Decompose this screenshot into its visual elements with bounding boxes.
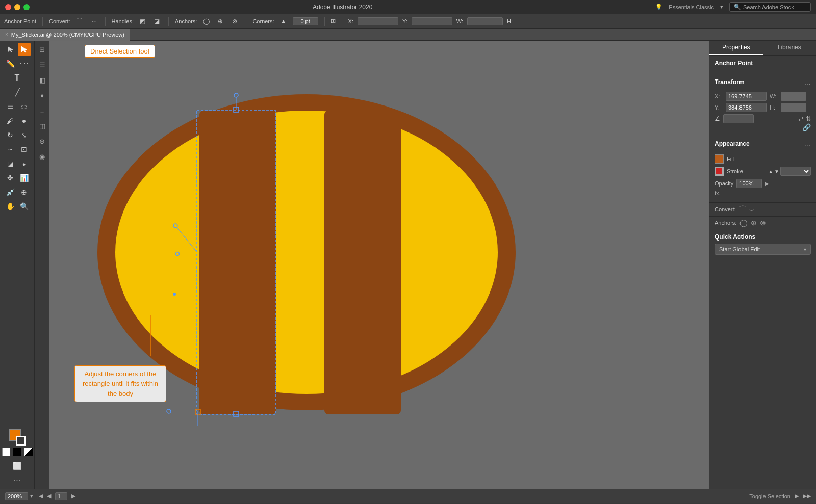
canvas-area[interactable]: Direct Selection tool	[49, 41, 709, 489]
fill-color-swatch[interactable]	[715, 154, 724, 164]
hand-tool[interactable]: ✋	[4, 200, 17, 213]
minimize-button[interactable]	[14, 4, 20, 10]
direct-selection-tool[interactable]	[18, 43, 31, 56]
stroke-swatch[interactable]	[16, 436, 26, 446]
more-tools[interactable]: ···	[4, 473, 31, 487]
pathfinder-icon[interactable]: ⊕	[37, 136, 48, 147]
properties-icon[interactable]: ⊞	[37, 44, 48, 55]
align-icon[interactable]: ≡	[37, 105, 48, 116]
svg-point-12	[167, 409, 171, 413]
w-coord-input[interactable]	[467, 17, 503, 25]
nav-prev-btn[interactable]: ◀	[47, 493, 51, 499]
rectangle-tool[interactable]: ▭	[4, 100, 17, 113]
corners-spin-up[interactable]: ▲	[278, 16, 289, 26]
transform-more-btn[interactable]: ···	[805, 79, 811, 88]
nav-first-btn[interactable]: |◀	[37, 493, 43, 499]
angle-input[interactable]	[723, 114, 754, 123]
white-swatch[interactable]	[2, 448, 10, 456]
artboard-tool[interactable]: ⬜	[4, 459, 31, 472]
convert-icon1[interactable]: ⌒	[739, 205, 746, 214]
ellipse-tool[interactable]: ⬭	[18, 100, 31, 113]
separator	[42, 17, 43, 26]
pen-tool[interactable]: ✏️	[4, 57, 17, 70]
selection-tool[interactable]	[4, 43, 17, 56]
anchors-row: Anchors: ◯ ⊕ ⊗	[709, 217, 816, 229]
toggle-selection-btn[interactable]: ▶	[795, 493, 799, 499]
column-graph-tool[interactable]: 📊	[18, 171, 31, 184]
tab-close-icon[interactable]: ×	[5, 32, 8, 37]
blob-brush-tool[interactable]: ●	[18, 114, 31, 127]
none-swatch[interactable]	[24, 448, 33, 456]
type-tool[interactable]: T	[4, 71, 31, 85]
perspective-tool[interactable]: ⬧	[18, 157, 31, 170]
stroke-dropdown[interactable]	[780, 167, 811, 176]
free-transform-tool[interactable]: ⊡	[18, 143, 31, 156]
appearance-icon[interactable]: ◉	[37, 151, 48, 162]
flip-h-icon[interactable]: ⇄	[799, 115, 804, 122]
fill-stroke-swatches[interactable]	[9, 429, 26, 446]
fx-row[interactable]: fx.	[715, 188, 811, 198]
opacity-input[interactable]: 100%	[736, 179, 762, 188]
close-button[interactable]	[5, 4, 11, 10]
handles-label: Handles:	[112, 18, 134, 24]
flip-v-icon[interactable]: ⇅	[806, 115, 811, 122]
start-global-edit-btn[interactable]: Start Global Edit ▾	[715, 244, 811, 255]
corners-input[interactable]	[293, 17, 318, 25]
zoom-chevron-down[interactable]: ▾	[30, 493, 33, 499]
maximize-button[interactable]	[23, 4, 30, 10]
libraries-icon[interactable]: ◧	[37, 74, 48, 86]
anchor-icon2[interactable]: ⊕	[751, 219, 757, 227]
stroke-width-spin-up[interactable]: ▲	[768, 169, 773, 174]
layers-icon[interactable]: ☰	[37, 59, 48, 70]
anchor-btn2[interactable]: ⊕	[215, 16, 225, 26]
toggle-selection-label[interactable]: Toggle Selection	[749, 493, 790, 499]
convert-smooth-btn[interactable]: ⌣	[89, 16, 99, 26]
stroke-width-spin-down[interactable]: ▼	[774, 169, 779, 174]
symbol-spray-tool[interactable]: ✤	[4, 171, 17, 184]
nav-more-btn[interactable]: ▶▶	[803, 493, 811, 499]
anchor-icon3[interactable]: ⊗	[760, 219, 766, 227]
paintbrush-tool[interactable]: 🖌	[4, 114, 17, 127]
zoom-control[interactable]: 200% ▾	[5, 492, 33, 500]
x-coord-row: X: 169.7745 W:	[715, 92, 811, 101]
x-value-input[interactable]: 169.7745	[726, 92, 767, 101]
x-coord-input[interactable]: 169.7745 pt	[358, 17, 398, 25]
opacity-arrow[interactable]: ▶	[765, 181, 769, 187]
main-layout: ✏️ 〰 T ╱ ▭ ⬭ 🖌 ● ↻ ⤡ ~ ⊡ ◪ ⬧ ✤ 📊	[0, 41, 816, 489]
warp-tool[interactable]: ~	[4, 143, 17, 156]
page-input[interactable]	[55, 492, 67, 500]
anchor-btn3[interactable]: ⊗	[230, 16, 240, 26]
nav-next-btn[interactable]: ▶	[71, 493, 75, 499]
constrain-proportions-icon[interactable]: 🔗	[802, 123, 811, 131]
assets-icon[interactable]: ♦	[37, 90, 48, 101]
curvature-tool[interactable]: 〰	[18, 57, 31, 70]
zoom-input[interactable]: 200%	[5, 492, 28, 500]
anchor-icon1[interactable]: ◯	[740, 219, 748, 227]
tab-properties[interactable]: Properties	[709, 41, 763, 55]
h-value-input[interactable]	[781, 103, 806, 112]
search-stock-input[interactable]: 🔍 Search Adobe Stock	[729, 2, 811, 12]
line-tool[interactable]: ╱	[4, 86, 31, 99]
transform-icon[interactable]: ◫	[37, 120, 48, 131]
blend-tool[interactable]: ⊕	[18, 185, 31, 199]
w-value-input[interactable]	[781, 92, 806, 101]
appearance-more-btn[interactable]: ···	[805, 141, 811, 149]
workspace-label[interactable]: Essentials Classic	[669, 4, 714, 10]
black-swatch[interactable]	[13, 448, 21, 456]
rotate-tool[interactable]: ↻	[4, 128, 17, 142]
tab-libraries[interactable]: Libraries	[763, 41, 817, 55]
handle-btn2[interactable]: ◪	[152, 16, 162, 26]
convert-icon2[interactable]: ⌣	[749, 205, 754, 214]
eyedropper-tool[interactable]: 💉	[4, 185, 17, 199]
stroke-color-swatch[interactable]	[715, 167, 724, 176]
y-coord-input[interactable]: 384.8756 pt	[412, 17, 452, 25]
anchor-btn1[interactable]: ◯	[201, 16, 211, 26]
y-value-input[interactable]: 384.8756	[726, 103, 767, 112]
zoom-tool[interactable]: 🔍	[18, 200, 31, 213]
handle-btn1[interactable]: ◩	[138, 16, 148, 26]
active-tab[interactable]: × My_Sticker.ai @ 200% (CMYK/GPU Preview…	[0, 29, 130, 41]
shape-builder-tool[interactable]: ◪	[4, 157, 17, 170]
convert-corner-btn[interactable]: ⌒	[74, 16, 85, 26]
traffic-lights	[5, 4, 30, 10]
scale-tool[interactable]: ⤡	[18, 128, 31, 142]
